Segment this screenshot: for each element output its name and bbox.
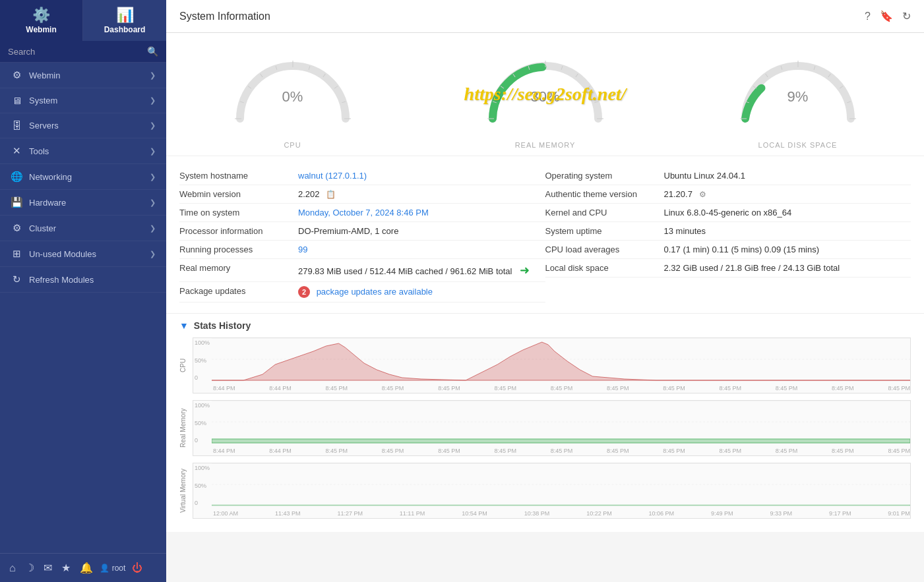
chevron-right-icon: ❯ [150,224,156,233]
webmin-label: Webmin [26,25,56,34]
chevron-right-icon: ❯ [150,71,156,80]
info-row-processor: Processor information DO-Premium-AMD, 1 … [179,222,545,241]
stats-header: ▼ Stats History [179,320,911,331]
sidebar-item-tools[interactable]: ✕ Tools ❯ [0,138,166,164]
moon-icon[interactable]: ☽ [22,559,37,577]
sidebar-item-label: Servers [29,121,59,131]
info-row-uptime: System uptime 13 minutes [545,222,911,241]
mail-icon[interactable]: ✉ [41,559,55,577]
dashboard-logo[interactable]: 📊 Dashboard [83,0,166,41]
sidebar-item-refresh-modules[interactable]: ↻ Refresh Modules [0,267,166,293]
info-row-kernel: Kernel and CPU Linux 6.8.0-45-generic on… [545,204,911,222]
sidebar-item-system[interactable]: 🖥 System ❯ [0,88,166,113]
sidebar-item-cluster[interactable]: ⚙ Cluster ❯ [0,216,166,241]
copy-icon-2[interactable]: ⚙ [699,190,706,199]
memory-chart-area: 100% 50% 0 8:44 PM 8:44 PM 8:45 [193,400,911,456]
stats-section: ▼ Stats History CPU 100% 50% 0 [166,314,924,532]
cpu-gauge-value: 0% [282,88,303,105]
webmin-logo[interactable]: ⚙️ Webmin [0,0,83,41]
system-nav-icon: 🖥 [11,95,22,106]
refresh-button[interactable]: ↻ [902,10,911,22]
svg-marker-36 [212,342,910,380]
search-input[interactable] [8,47,147,57]
sidebar-item-label: Cluster [29,223,56,233]
help-button[interactable]: ? [865,11,871,22]
sidebar-header: ⚙️ Webmin 📊 Dashboard [0,0,166,41]
sidebar-item-label: Networking [29,172,72,182]
user-icon: 👤 [100,564,109,573]
networking-nav-icon: 🌐 [11,171,22,183]
main-content: System Information ? 🔖 ↻ [166,0,924,582]
vmem-chart-label: Virtual Memory [179,463,193,519]
sidebar-item-unused-modules[interactable]: ⊞ Un-used Modules ❯ [0,241,166,267]
chevron-right-icon: ❯ [150,96,156,105]
chevron-right-icon: ❯ [150,121,156,130]
vmem-chart-container: Virtual Memory 100% 50% 0 [179,463,911,519]
info-row-load: CPU load averages 0.17 (1 min) 0.11 (5 m… [545,241,911,259]
bookmark-button[interactable]: 🔖 [880,10,893,22]
sidebar-item-label: Refresh Modules [29,275,94,285]
info-right-col: Operating system Ubuntu Linux 24.04.1 Au… [545,167,911,303]
info-row-hostname: System hostname walnut (127.0.1.1) [179,167,545,185]
cpu-gauge-label: CPU [284,141,301,149]
sidebar-item-label: Hardware [29,198,66,208]
webmin-icon: ⚙️ [32,7,50,24]
servers-nav-icon: 🗄 [11,120,22,131]
sidebar-item-label: Un-used Modules [29,249,96,259]
gauges-section: 0% CPU [166,33,924,156]
local-disk-gauge: 9% LOCAL DISK SPACE [699,46,897,149]
info-row-os: Operating system Ubuntu Linux 24.04.1 [545,167,911,185]
bell-icon[interactable]: 🔔 [77,559,96,577]
logout-icon[interactable]: ⏻ [132,562,142,574]
chevron-right-icon: ❯ [150,173,156,181]
info-left-col: System hostname walnut (127.0.1.1) Webmi… [179,167,545,303]
search-bar: 🔍 [0,41,166,63]
info-row-disk: Local disk space 2.32 GiB used / 21.8 Gi… [545,259,911,277]
info-row-theme-version: Authentic theme version 21.20.7 ⚙ [545,185,911,204]
info-row-time: Time on system Monday, October 7, 2024 8… [179,204,545,222]
tools-nav-icon: ✕ [11,145,22,157]
page-title: System Information [179,11,865,22]
cluster-nav-icon: ⚙ [11,222,22,234]
sidebar-item-networking[interactable]: 🌐 Networking ❯ [0,164,166,190]
home-icon[interactable]: ⌂ [7,560,18,577]
arrow-icon: ➜ [520,263,530,277]
refresh-modules-nav-icon: ↻ [11,274,22,285]
sidebar-item-label: Tools [29,146,49,156]
local-disk-gauge-value: 9% [787,88,809,105]
cpu-chart-row: CPU 100% 50% 0 [179,337,911,393]
unused-modules-nav-icon: ⊞ [11,248,22,260]
info-row-package-updates: Package updates 2 package updates are av… [179,282,545,303]
sidebar-item-label: Webmin [29,71,60,80]
user-label: 👤 root [100,564,126,573]
cpu-chart-container: CPU 100% 50% 0 [179,337,911,393]
webmin-nav-icon: ⚙ [11,69,22,81]
sidebar-item-hardware[interactable]: 💾 Hardware ❯ [0,190,166,216]
info-row-processes: Running processes 99 [179,241,545,259]
sidebar-item-webmin[interactable]: ⚙ Webmin ❯ [0,63,166,88]
sidebar-bottom: ⌂ ☽ ✉ ★ 🔔 👤 root ⏻ [0,553,166,582]
sidebar-item-servers[interactable]: 🗄 Servers ❯ [0,113,166,138]
dashboard-label: Dashboard [104,25,146,34]
chevron-right-icon: ❯ [150,198,156,207]
svg-marker-40 [212,439,910,443]
system-info-section: System hostname walnut (127.0.1.1) Webmi… [166,156,924,314]
chevron-right-icon: ❯ [150,147,156,156]
memory-chart-container: Real Memory 100% 50% 0 [179,400,911,456]
vmem-chart-row: Virtual Memory 100% 50% 0 [179,463,911,519]
dashboard-icon: 📊 [116,7,134,24]
cpu-chart-area: 100% 50% 0 8:44 PM 8:44 PM [193,337,911,393]
top-bar-actions: ? 🔖 ↻ [865,10,911,22]
sidebar-item-label: System [29,96,57,105]
copy-icon[interactable]: 📋 [326,190,336,199]
sidebar: ⚙️ Webmin 📊 Dashboard 🔍 ⚙ Webmin ❯ 🖥 Sys… [0,0,166,582]
package-updates-badge: 2 [298,286,310,298]
real-memory-gauge-label: REAL MEMORY [515,141,576,149]
search-icon: 🔍 [147,46,158,57]
svg-marker-44 [212,505,910,506]
top-bar: System Information ? 🔖 ↻ [166,0,924,33]
chevron-right-icon: ❯ [150,250,156,258]
stats-toggle[interactable]: ▼ [179,320,189,331]
memory-chart-row: Real Memory 100% 50% 0 [179,400,911,456]
star-icon[interactable]: ★ [59,559,73,577]
